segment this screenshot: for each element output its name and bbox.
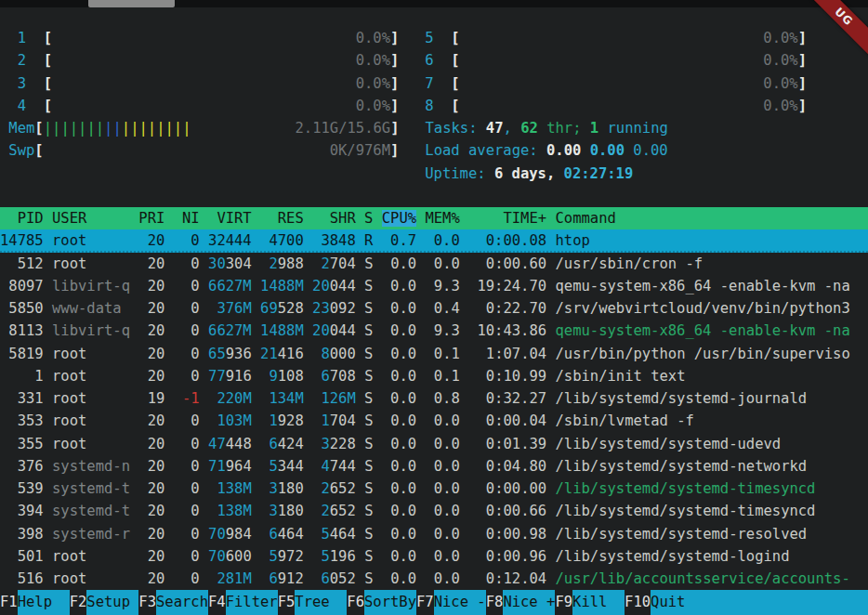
text-run: [373, 548, 381, 565]
text-run: [44, 232, 52, 249]
fn-nice-button[interactable]: F7Nice -: [416, 590, 486, 615]
process-row-8113[interactable]: 8113 libvirt-q 20 0 6627M 1488M 20044 S …: [0, 320, 868, 342]
cpu5-label: 5: [425, 30, 433, 46]
text-run: [373, 346, 381, 362]
text-run: 416: [278, 346, 304, 362]
process-row-376[interactable]: 376 systemd-n 20 0 71964 5344 4744 S 0.0…: [0, 455, 868, 478]
cell-command: qemu-system-x86_64 -enable-kvm -na: [555, 278, 849, 294]
text-run: [460, 480, 468, 497]
column-header-res[interactable]: RES: [260, 210, 304, 227]
process-row-394[interactable]: 394 systemd-t 20 0 138M 3180 2652 S 0.0 …: [0, 500, 868, 522]
fn-search-button[interactable]: F3Search: [138, 590, 208, 615]
cell-mem: 0.0: [425, 255, 459, 272]
text-run: [208, 503, 217, 519]
process-row-539[interactable]: 539 systemd-t 20 0 138M 3180 2652 S 0.0 …: [0, 478, 868, 500]
fn-key-f5: F5: [278, 590, 296, 615]
text-run: 103M: [217, 412, 251, 429]
process-row-5850[interactable]: 5850 www-data 20 0 376M 69528 23092 S 0.…: [0, 297, 868, 320]
fn-key-f2: F2: [70, 590, 87, 615]
fn-label: Tree: [295, 590, 347, 615]
column-header-pri[interactable]: PRI: [138, 210, 164, 227]
cell-cpu: 0.0: [382, 458, 416, 475]
column-header-mem[interactable]: MEM%: [425, 210, 459, 227]
column-header-command[interactable]: Command: [555, 210, 615, 227]
text-run: [208, 480, 217, 497]
process-row-331[interactable]: 331 root 19 -1 220M 134M 126M S 0.0 0.8 …: [0, 387, 868, 410]
cell-cpu: 0.0: [382, 390, 416, 407]
text-run: 600: [226, 548, 252, 565]
text-run: [252, 322, 260, 339]
text-run: [200, 278, 208, 294]
text-run: [252, 368, 260, 385]
text-run: 3: [269, 480, 277, 497]
text-run: 652: [330, 503, 356, 519]
cell-cpu: 0.0: [382, 548, 416, 565]
text-run: [304, 210, 312, 227]
column-header-ni[interactable]: NI: [174, 210, 200, 227]
cell-command: /lib/systemd/systemd-timesyncd: [556, 503, 816, 519]
text-run: [200, 503, 208, 519]
text-run: [546, 436, 555, 452]
text-run: [164, 300, 173, 317]
column-header-shr[interactable]: SHR: [312, 210, 356, 227]
text-run: [44, 503, 52, 519]
text-run: [546, 503, 555, 519]
process-row-14785[interactable]: 14785 root 20 0 32444 4700 3848 R 0.7 0.…: [0, 229, 868, 252]
text-run: [0, 75, 18, 92]
text-run: [356, 368, 364, 385]
fn-help-button[interactable]: F1Help: [0, 590, 70, 615]
text-run: [434, 98, 452, 114]
cpu6-value: 0.0%: [460, 52, 798, 69]
window-tab-handle[interactable]: [88, 0, 175, 7]
column-header-user[interactable]: USER: [52, 210, 130, 227]
text-run: 052: [330, 570, 356, 587]
text-run: [252, 436, 260, 452]
process-row-516[interactable]: 516 root 20 0 281M 6912 6052 S 0.0 0.0 0…: [0, 568, 868, 590]
column-header-cpu[interactable]: CPU%: [382, 210, 416, 227]
fn-filter-button[interactable]: F4Filter: [208, 590, 278, 615]
fn-kill-button[interactable]: F9Kill: [555, 590, 625, 615]
text-run: [130, 548, 138, 565]
process-row-5819[interactable]: 5819 root 20 0 65936 21416 8000 S 0.0 0.…: [0, 343, 868, 365]
fn-setup-button[interactable]: F2Setup: [70, 590, 139, 615]
htop-terminal: 1 [ 0.0%] 5 [ 0.0%] 2 [ 0.0%] 6 [ 0.0%] …: [0, 7, 868, 590]
cell-mem: 0.0: [425, 232, 459, 249]
text-run: 5: [269, 548, 277, 565]
text-run: [304, 480, 312, 497]
cell-time: 0:22.70: [468, 300, 546, 317]
fn-sortby-button[interactable]: F6SortBy: [347, 590, 416, 615]
column-header-virt[interactable]: VIRT: [208, 210, 252, 227]
process-row-353[interactable]: 353 root 20 0 103M 1928 1704 S 0.0 0.0 0…: [0, 410, 868, 432]
fn-label: Nice -: [434, 590, 486, 615]
text-run: [44, 210, 52, 227]
process-row-355[interactable]: 355 root 20 0 47448 6424 3228 S 0.0 0.0 …: [0, 433, 868, 455]
fn-label: Help: [18, 590, 70, 615]
cell-user: www-data: [52, 300, 130, 317]
text-run: [460, 322, 468, 339]
text-run: [130, 436, 138, 452]
fn-key-f10: F10: [625, 590, 651, 615]
cell-command: /lib/systemd/systemd-udevd: [556, 436, 782, 452]
cell-mem: 0.0: [425, 458, 459, 475]
cell-pri: 20: [138, 458, 164, 475]
column-header-pid[interactable]: PID: [0, 210, 44, 227]
fn-nice-button[interactable]: F8Nice +: [486, 590, 556, 615]
text-run: [399, 142, 425, 159]
text-run: [373, 232, 381, 249]
process-row-1[interactable]: 1 root 20 0 77916 9108 6708 S 0.0 0.1 0:…: [0, 365, 868, 387]
mem-bar-green: |: [60, 120, 69, 137]
process-row-8097[interactable]: 8097 libvirt-q 20 0 6627M 1488M 20044 S …: [0, 275, 868, 297]
text-run: [304, 368, 312, 385]
text-run: 138M: [217, 480, 251, 497]
text-run: [44, 322, 52, 339]
fn-tree-button[interactable]: F5Tree: [278, 590, 348, 615]
process-row-398[interactable]: 398 systemd-r 20 0 70984 6464 5464 S 0.0…: [0, 523, 868, 545]
column-header-time[interactable]: TIME+: [468, 210, 546, 227]
text-run: 2: [321, 503, 329, 519]
process-row-512[interactable]: 512 root 20 0 30304 2988 2704 S 0.0 0.0 …: [0, 253, 868, 275]
text-run: [260, 255, 269, 272]
fn-quit-button[interactable]: F10Quit: [625, 590, 703, 615]
process-row-501[interactable]: 501 root 20 0 70600 5972 5196 S 0.0 0.0 …: [0, 545, 868, 568]
text-run: [164, 278, 173, 294]
cell-ni: 0: [174, 548, 200, 565]
